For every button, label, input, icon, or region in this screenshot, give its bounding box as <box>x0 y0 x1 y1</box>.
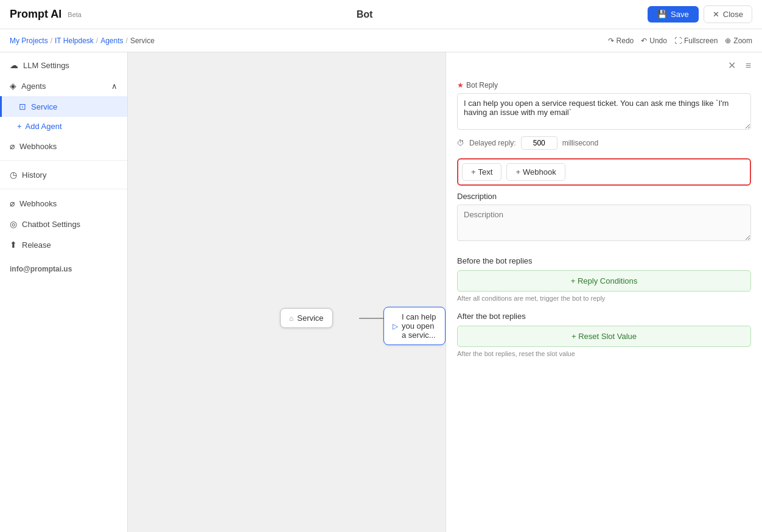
webhook-icon-1: ⌀ <box>10 141 15 151</box>
webhook-icon-2: ⌀ <box>10 198 15 208</box>
sidebar-item-history[interactable]: ◷ History <box>0 164 127 185</box>
required-star: ★ <box>457 81 464 89</box>
bot-reply-textarea[interactable]: I can help you open a service request ti… <box>457 93 751 130</box>
canvas-connector <box>359 318 385 319</box>
play-icon: ▷ <box>393 322 398 331</box>
save-icon: 💾 <box>657 10 667 19</box>
before-bot-replies-section: Before the bot replies + Reply Condition… <box>446 250 762 306</box>
bot-reply-section: ★ Bot Reply I can help you open a servic… <box>446 72 762 158</box>
sidebar-group-agents[interactable]: ◈ Agents ∧ <box>0 75 127 96</box>
redo-button[interactable]: ↷ Redo <box>608 37 634 45</box>
sidebar-email: info@promptai.us <box>0 257 127 281</box>
before-bot-replies-label: Before the bot replies <box>457 256 751 265</box>
breadcrumb: My Projects / IT Helpdesk / Agents / Ser… <box>10 37 598 45</box>
agent-icon: ◈ <box>10 81 16 91</box>
breadcrumb-sep-2: / <box>96 37 98 45</box>
panel-menu-button[interactable]: ≡ <box>742 58 755 72</box>
panel-close-button[interactable]: ✕ <box>724 58 739 72</box>
reset-slot-button[interactable]: + Reset Slot Value <box>457 326 751 347</box>
fullscreen-icon: ⛶ <box>674 37 682 45</box>
text-plus-icon: + <box>471 167 476 177</box>
sidebar-divider-1 <box>0 160 127 161</box>
settings-icon: ◎ <box>10 219 17 229</box>
reply-conditions-button[interactable]: + Reply Conditions <box>457 270 751 292</box>
description-label: Description <box>457 192 751 201</box>
save-button[interactable]: 💾 Save <box>648 6 699 23</box>
service-icon: ⊡ <box>19 102 26 111</box>
sidebar-item-webhooks-2[interactable]: ⌀ Webhooks <box>0 193 127 214</box>
breadcrumb-sep-1: / <box>51 37 52 45</box>
add-agent-button[interactable]: + Add Agent <box>0 117 127 136</box>
sidebar-item-service[interactable]: ⊡ Service <box>0 96 127 117</box>
sidebar-section-top: ☁ LLM Settings ◈ Agents ∧ ⊡ Service + Ad… <box>0 52 127 257</box>
add-response-tabs: + Text + Webhook <box>457 158 751 186</box>
redo-icon: ↷ <box>608 37 614 45</box>
app-title: Prompt AI <box>10 8 61 21</box>
breadcrumb-my-projects[interactable]: My Projects <box>10 37 48 45</box>
plus-icon: + <box>17 122 22 131</box>
panel-top-bar: ✕ ≡ <box>446 52 762 72</box>
home-icon: ⌂ <box>289 314 293 323</box>
after-bot-replies-section: After the bot replies + Reset Slot Value… <box>446 306 762 365</box>
after-hint-text: After the bot replies, reset the slot va… <box>457 350 751 357</box>
sidebar-item-release[interactable]: ⬆ Release <box>0 234 127 255</box>
sidebar-agents-sub: ⊡ Service + Add Agent <box>0 96 127 136</box>
webhook-plus-icon: + <box>516 167 520 177</box>
zoom-icon: ⊕ <box>725 37 731 45</box>
zoom-button[interactable]: ⊕ Zoom <box>725 37 752 45</box>
delayed-value-input[interactable] <box>521 136 558 150</box>
fullscreen-button[interactable]: ⛶ Fullscreen <box>674 37 718 45</box>
canvas-node-service[interactable]: ⌂ Service <box>280 308 333 328</box>
clock-icon: ⏱ <box>457 139 464 147</box>
cloud-icon: ☁ <box>10 60 18 70</box>
bot-reply-label: ★ Bot Reply <box>457 81 751 89</box>
undo-icon: ↶ <box>641 37 647 45</box>
after-bot-replies-label: After the bot replies <box>457 312 751 321</box>
right-panel: ✕ ≡ ★ Bot Reply I can help you open a se… <box>446 52 762 532</box>
text-tab-button[interactable]: + Text <box>462 163 502 181</box>
chevron-up-icon: ∧ <box>111 82 117 91</box>
toolbar: My Projects / IT Helpdesk / Agents / Ser… <box>0 29 762 52</box>
main-header: Prompt AI Beta Bot 💾 Save ✕ Close <box>0 0 762 29</box>
toolbar-actions: ↷ Redo ↶ Undo ⛶ Fullscreen ⊕ Zoom <box>608 37 752 45</box>
sidebar-item-webhooks-1[interactable]: ⌀ Webhooks <box>0 136 127 156</box>
breadcrumb-current: Service <box>130 37 155 45</box>
breadcrumb-sep-3: / <box>126 37 128 45</box>
breadcrumb-it-helpdesk[interactable]: IT Helpdesk <box>55 37 94 45</box>
sidebar-item-llm-settings[interactable]: ☁ LLM Settings <box>0 55 127 75</box>
main-layout: ☁ LLM Settings ◈ Agents ∧ ⊡ Service + Ad… <box>0 52 762 532</box>
breadcrumb-agents[interactable]: Agents <box>100 37 123 45</box>
description-section: Description <box>446 192 762 250</box>
header-left: Prompt AI Beta <box>10 8 82 21</box>
header-right: 💾 Save ✕ Close <box>648 5 752 23</box>
undo-button[interactable]: ↶ Undo <box>641 37 667 45</box>
close-icon: ✕ <box>713 10 719 19</box>
delayed-reply-row: ⏱ Delayed reply: millisecond <box>457 136 751 150</box>
webhook-tab-button[interactable]: + Webhook <box>506 163 565 181</box>
beta-badge: Beta <box>68 11 82 18</box>
sidebar: ☁ LLM Settings ◈ Agents ∧ ⊡ Service + Ad… <box>0 52 128 532</box>
canvas-area[interactable]: ⌂ Service ▷ I can help you open a servic… <box>128 52 446 532</box>
sidebar-item-chatbot-settings[interactable]: ◎ Chatbot Settings <box>0 214 127 234</box>
close-button[interactable]: ✕ Close <box>704 5 752 23</box>
sidebar-divider-2 <box>0 189 127 189</box>
canvas-node-reply[interactable]: ▷ I can help you open a servic... <box>383 307 446 345</box>
before-hint-text: After all conditions are met, trigger th… <box>457 295 751 302</box>
description-textarea[interactable] <box>457 205 751 241</box>
history-icon: ◷ <box>10 170 17 180</box>
release-icon: ⬆ <box>10 240 17 250</box>
header-title: Bot <box>357 9 373 20</box>
